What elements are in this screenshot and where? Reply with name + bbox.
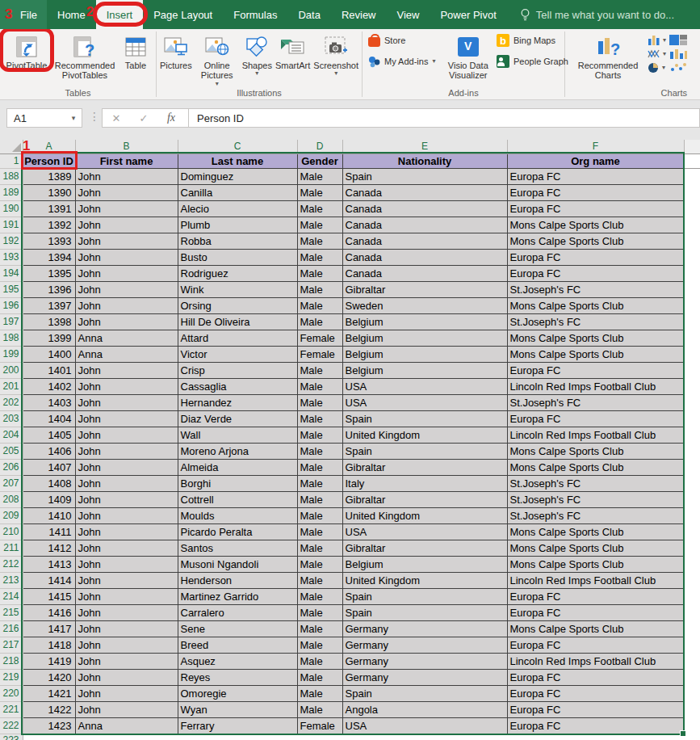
recommended-pivottables-button[interactable]: ? Recommended PivotTables (52, 31, 118, 81)
name-box[interactable]: A1 ▾ (6, 108, 82, 128)
cell-last-name[interactable]: Wall (178, 427, 297, 443)
row-header[interactable]: 212 (0, 556, 23, 572)
cell-last-name[interactable]: Hernandez (178, 394, 297, 410)
row-header[interactable]: 208 (0, 491, 23, 507)
cell-org-name[interactable]: Europa FC (507, 717, 684, 734)
cell-org-name[interactable]: Europa FC (507, 265, 684, 281)
tab-insert[interactable]: 2 Insert (96, 0, 144, 29)
cell-org-name[interactable]: Europa FC (507, 249, 684, 265)
cell-first-name[interactable]: John (75, 184, 178, 200)
cell-org-name[interactable]: Mons Calpe Sports Club (507, 556, 684, 572)
empty-cell[interactable] (684, 200, 700, 217)
cell-f1-org-name[interactable]: Org name (507, 153, 684, 168)
cell-gender[interactable]: Male (297, 427, 342, 443)
cell-last-name[interactable]: Wyan (178, 701, 297, 717)
cell-nationality[interactable]: Gibraltar (342, 459, 507, 475)
empty-cell[interactable] (684, 281, 700, 297)
cell-org-name[interactable]: Europa FC (507, 184, 684, 200)
empty-cell[interactable] (684, 604, 700, 620)
empty-cell[interactable] (684, 572, 700, 588)
cell-last-name[interactable]: Plumb (178, 217, 297, 233)
cell-person-id[interactable]: 1392 (23, 217, 75, 233)
cell-org-name[interactable]: Europa FC (507, 637, 684, 653)
empty-cell[interactable] (684, 346, 700, 362)
cell-first-name[interactable]: John (75, 313, 178, 330)
online-pictures-button[interactable]: Online Pictures ▾ (194, 31, 241, 87)
row-header[interactable]: 214 (0, 588, 23, 604)
cell-person-id[interactable]: 1423 (23, 717, 75, 734)
cancel-button[interactable]: ✕ (103, 112, 130, 124)
cell-person-id[interactable]: 1415 (23, 588, 75, 604)
row-header[interactable]: 203 (0, 410, 23, 427)
cell-org-name[interactable]: Europa FC (507, 669, 684, 685)
row-header[interactable]: 209 (0, 507, 23, 523)
cell-b1-first-name[interactable]: First name (75, 153, 178, 168)
tab-formulas[interactable]: Formulas (223, 0, 287, 29)
cell-org-name[interactable]: Mons Calpe Sports Club (507, 620, 684, 637)
cell-gender[interactable]: Male (297, 443, 342, 459)
cell-person-id[interactable]: 1391 (23, 200, 75, 217)
row-header[interactable]: 207 (0, 475, 23, 491)
cell-org-name[interactable]: Mons Calpe Sports Club (507, 346, 684, 362)
cell-last-name[interactable]: Dominguez (178, 168, 297, 184)
screenshot-dropdown-icon[interactable]: ▾ (334, 70, 337, 77)
row-header[interactable]: 216 (0, 620, 23, 637)
cell-last-name[interactable]: Alecio (178, 200, 297, 217)
empty-cell[interactable] (684, 443, 700, 459)
cell-gender[interactable]: Male (297, 265, 342, 281)
cell-first-name[interactable]: John (75, 637, 178, 653)
cell-first-name[interactable]: John (75, 281, 178, 297)
cell-nationality[interactable]: Spain (342, 604, 507, 620)
empty-cell[interactable] (684, 427, 700, 443)
cell-last-name[interactable]: Musoni Ngandoli (178, 556, 297, 572)
tab-file[interactable]: 3 File (0, 0, 47, 29)
cell-nationality[interactable]: Germany (342, 620, 507, 637)
select-all-corner[interactable] (0, 140, 23, 153)
cell-org-name[interactable]: Europa FC (507, 200, 684, 217)
empty-cell[interactable] (684, 184, 700, 200)
cell-person-id[interactable]: 1411 (23, 523, 75, 540)
row-header[interactable]: 198 (0, 330, 23, 346)
cell-first-name[interactable]: Anna (75, 330, 178, 346)
cell-first-name[interactable]: John (75, 427, 178, 443)
cell-last-name[interactable]: Cassaglia (178, 378, 297, 394)
cell-first-name[interactable]: John (75, 410, 178, 427)
cell-first-name[interactable]: John (75, 491, 178, 507)
shapes-button[interactable]: Shapes ▾ (241, 31, 274, 77)
row-header[interactable]: 220 (0, 685, 23, 701)
cell-last-name[interactable]: Breed (178, 637, 297, 653)
cell-nationality[interactable]: Spain (342, 410, 507, 427)
empty-cell[interactable] (684, 153, 700, 168)
cell-org-name[interactable]: Mons Calpe Sports Club (507, 330, 684, 346)
empty-cell[interactable] (684, 669, 700, 685)
row-header[interactable]: 189 (0, 184, 23, 200)
recommended-charts-button[interactable]: ? Recommended Charts (573, 31, 643, 81)
cell-gender[interactable]: Male (297, 281, 342, 297)
empty-cell[interactable] (684, 475, 700, 491)
cell-nationality[interactable]: USA (342, 378, 507, 394)
cell-nationality[interactable]: United Kingdom (342, 427, 507, 443)
row-header[interactable]: 218 (0, 653, 23, 669)
cell-person-id[interactable]: 1399 (23, 330, 75, 346)
cell-org-name[interactable]: Lincoln Red Imps Football Club (507, 653, 684, 669)
cell-org-name[interactable]: Mons Calpe Sports Club (507, 540, 684, 556)
cell-last-name[interactable]: Picardo Peralta (178, 523, 297, 540)
cell-gender[interactable]: Male (297, 410, 342, 427)
cell-org-name[interactable]: St.Joseph's FC (507, 281, 684, 297)
row-header-partial[interactable]: 223 (0, 734, 23, 740)
row-header[interactable]: 215 (0, 604, 23, 620)
cell-gender[interactable]: Male (297, 685, 342, 701)
cell-nationality[interactable]: Gibraltar (342, 540, 507, 556)
cell-first-name[interactable]: John (75, 523, 178, 540)
cell-last-name[interactable]: Moulds (178, 507, 297, 523)
empty-cell[interactable] (684, 313, 700, 330)
name-box-dropdown-icon[interactable]: ▾ (65, 114, 82, 122)
formula-input[interactable]: Person ID (189, 112, 244, 124)
insert-bar-chart-button[interactable] (669, 48, 687, 59)
cell-person-id[interactable]: 1422 (23, 701, 75, 717)
column-header-d[interactable]: D (297, 140, 342, 153)
cell-gender[interactable]: Male (297, 233, 342, 249)
cell-person-id[interactable]: 1403 (23, 394, 75, 410)
bing-maps-button[interactable]: b Bing Maps (497, 34, 560, 47)
cell-person-id[interactable]: 1395 (23, 265, 75, 281)
